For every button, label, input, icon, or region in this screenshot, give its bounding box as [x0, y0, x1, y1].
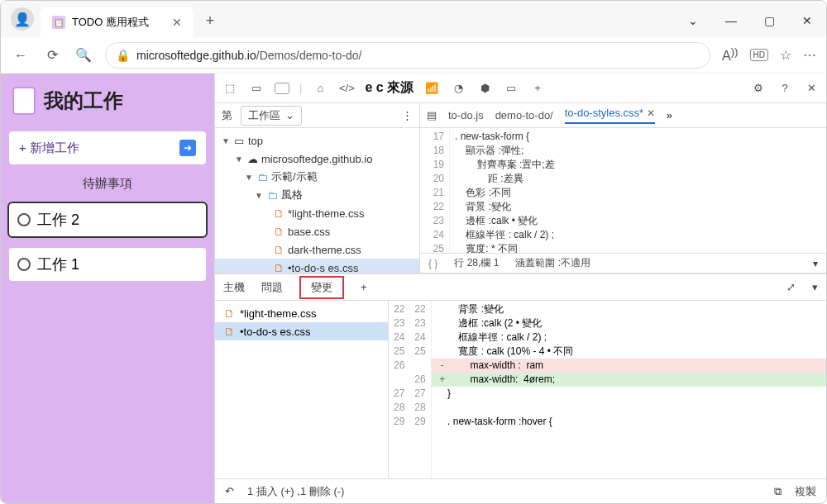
copy-label[interactable]: 複製 — [795, 484, 816, 499]
undo-icon[interactable]: ↶ — [225, 485, 234, 497]
checkbox-icon[interactable] — [17, 213, 31, 226]
devtools-toolbar: ⬚ ▭ | ⌂ </> e c 來源 📶 ◔ ⬢ ▭ + ⚙ ? ✕ — [215, 74, 826, 103]
status-menu-icon[interactable]: ▾ — [813, 258, 818, 269]
titlebar: 👤 📋 TODO 應用程式 ✕ + ⌄ — ▢ ✕ — [1, 1, 826, 37]
tab-title: TODO 應用程式 — [72, 15, 149, 30]
page-title-text: 我的工作 — [44, 88, 123, 114]
devtools-drawer: 主機 問題 變更 + ⤢ ▾ 🗋*light-theme.css 🗋•to-do… — [215, 273, 826, 503]
editor-nav-icon[interactable]: ▤ — [427, 109, 437, 121]
task-item[interactable]: 工作 2 — [9, 203, 206, 236]
clipboard-icon — [12, 87, 36, 115]
add-task-submit-icon[interactable]: ➜ — [179, 140, 196, 156]
changes-file-list: 🗋*light-theme.css 🗋•to-do-s es.css — [215, 301, 389, 478]
add-task-label: + 新增工作 — [19, 140, 79, 156]
nav-more-icon[interactable]: ⋮ — [402, 109, 413, 121]
sources-tab[interactable]: e c 來源 — [365, 79, 414, 97]
tree-file[interactable]: 🗋base.css — [215, 222, 419, 240]
task-label: 工作 2 — [37, 210, 79, 230]
application-icon[interactable]: ▭ — [503, 80, 519, 97]
tree-host[interactable]: ▼☁microsoftedge.github.io — [215, 150, 419, 168]
tree-file[interactable]: 🗋dark-theme.css — [215, 240, 419, 259]
window-minimize[interactable]: — — [712, 4, 750, 37]
drawer-tab-changes[interactable]: 變更 — [299, 276, 344, 299]
braces-icon[interactable]: { } — [428, 258, 437, 269]
network-icon[interactable]: 📶 — [423, 80, 440, 97]
section-heading: 待辦事項 — [9, 176, 206, 192]
changes-footer: ↶ 1 插入 (+) ,1 刪除 (-) ⧉ 複製 — [215, 478, 826, 503]
devtools-close-icon[interactable]: ✕ — [803, 80, 820, 97]
drawer-tab-issues[interactable]: 問題 — [261, 280, 283, 295]
nav-label: 第 — [222, 108, 232, 123]
new-tab-button[interactable]: + — [197, 7, 223, 34]
editor-tab[interactable]: to-do.js — [448, 109, 484, 121]
page-title: 我的工作 — [9, 82, 206, 120]
tab-close-icon[interactable]: ✕ — [647, 107, 655, 119]
window-controls: ⌄ — ▢ ✕ — [674, 4, 826, 37]
navigator-header: 第 工作區⌄ ⋮ — [215, 103, 419, 128]
more-tabs-icon[interactable]: » — [667, 109, 672, 121]
editor-tab[interactable]: demo-to-do/ — [495, 109, 553, 121]
rendered-page: 我的工作 + 新增工作 ➜ 待辦事項 工作 2 工作 1 — [1, 74, 214, 503]
editor-tab-active[interactable]: to-do-styles.css* ✕ — [565, 107, 655, 124]
window-maximize[interactable]: ▢ — [750, 4, 788, 37]
refresh-icon[interactable]: ⟳ — [42, 45, 62, 65]
favorite-icon[interactable]: ☆ — [780, 47, 791, 63]
drawer-dock-icon[interactable]: ⤢ — [786, 281, 796, 293]
elements-icon[interactable]: </> — [338, 80, 355, 97]
drawer-tabs: 主機 問題 變更 + ⤢ ▾ — [215, 274, 826, 301]
tree-folder[interactable]: ▼🗀示範/示範 — [215, 168, 419, 186]
editor-status: { } 行 28,欄 1 涵蓋範圍 :不適用 ▾ — [420, 253, 826, 273]
url-host: microsoftedge.github.io — [136, 49, 256, 62]
task-label: 工作 1 — [37, 254, 79, 274]
drawer-collapse-icon[interactable]: ▾ — [812, 281, 818, 293]
workspace-dropdown[interactable]: 工作區⌄ — [241, 106, 302, 126]
navigator-pane: 第 工作區⌄ ⋮ ▼▭top ▼☁microsoftedge.github.io… — [215, 103, 420, 273]
tree-file[interactable]: 🗋*light-theme.css — [215, 204, 419, 222]
changes-summary: 1 插入 (+) ,1 刪除 (-) — [247, 484, 344, 499]
window-close[interactable]: ✕ — [788, 4, 826, 37]
code-editor[interactable]: 1718192021222324252627 . new-task-form {… — [420, 128, 826, 253]
drawer-add-icon[interactable]: + — [361, 281, 367, 293]
devtools: ⬚ ▭ | ⌂ </> e c 來源 📶 ◔ ⬢ ▭ + ⚙ ? ✕ 第 — [214, 74, 826, 503]
help-icon[interactable]: ? — [777, 80, 793, 97]
address-field[interactable]: 🔒 microsoftedge.github.io/Demos/demo-to-… — [105, 42, 710, 69]
tab-close-icon[interactable]: ✕ — [172, 16, 182, 29]
drawer-tab-console[interactable]: 主機 — [223, 280, 245, 295]
device-icon[interactable]: ▭ — [248, 80, 265, 97]
task-item[interactable]: 工作 1 — [9, 248, 206, 281]
url-path: /Demos/demo-to-do/ — [256, 49, 362, 62]
memory-icon[interactable]: ⬢ — [476, 80, 493, 97]
settings-icon[interactable]: ⚙ — [750, 80, 767, 97]
profile-avatar[interactable]: 👤 — [11, 7, 34, 31]
checkbox-icon[interactable] — [17, 258, 31, 271]
editor-pane: ▤ to-do.js demo-to-do/ to-do-styles.css*… — [420, 103, 826, 273]
tree-file[interactable]: 🗋•to-do-s es.css — [215, 259, 419, 273]
search-icon[interactable]: 🔍 — [74, 45, 93, 65]
diff-view[interactable]: 2223242526272829 2223242526272829 背景 :變化… — [389, 301, 826, 478]
browser-tab[interactable]: 📋 TODO 應用程式 ✕ — [41, 7, 194, 37]
performance-icon[interactable]: ◔ — [450, 80, 466, 97]
tree-folder[interactable]: ▼🗀風格 — [215, 186, 419, 204]
panel-icon[interactable] — [275, 83, 289, 94]
file-tree: ▼▭top ▼☁microsoftedge.github.io ▼🗀示範/示範 … — [215, 128, 419, 273]
tree-top[interactable]: ▼▭top — [215, 131, 419, 150]
changes-file[interactable]: 🗋•to-do-s es.css — [215, 322, 388, 340]
coverage-label: 涵蓋範圍 :不適用 — [515, 256, 590, 270]
hd-icon[interactable]: HD — [750, 49, 768, 61]
copy-icon[interactable]: ⧉ — [774, 485, 782, 498]
more-icon[interactable]: ⋯ — [803, 47, 816, 63]
read-aloud-icon[interactable]: A)) — [722, 45, 739, 64]
back-icon[interactable]: ← — [11, 45, 31, 65]
inspect-icon[interactable]: ⬚ — [222, 80, 238, 97]
lock-icon: 🔒 — [116, 49, 130, 62]
chevron-down-icon[interactable]: ⌄ — [674, 4, 712, 37]
url-bar: ← ⟳ 🔍 🔒 microsoftedge.github.io/Demos/de… — [1, 37, 826, 74]
welcome-icon[interactable]: ⌂ — [312, 80, 328, 97]
changes-file[interactable]: 🗋*light-theme.css — [215, 304, 388, 322]
tab-favicon: 📋 — [52, 16, 65, 29]
add-task-card[interactable]: + 新增工作 ➜ — [9, 131, 206, 164]
editor-tabs: ▤ to-do.js demo-to-do/ to-do-styles.css*… — [420, 103, 826, 128]
more-tabs-icon[interactable]: + — [529, 80, 546, 97]
cursor-position: 行 28,欄 1 — [454, 256, 499, 270]
